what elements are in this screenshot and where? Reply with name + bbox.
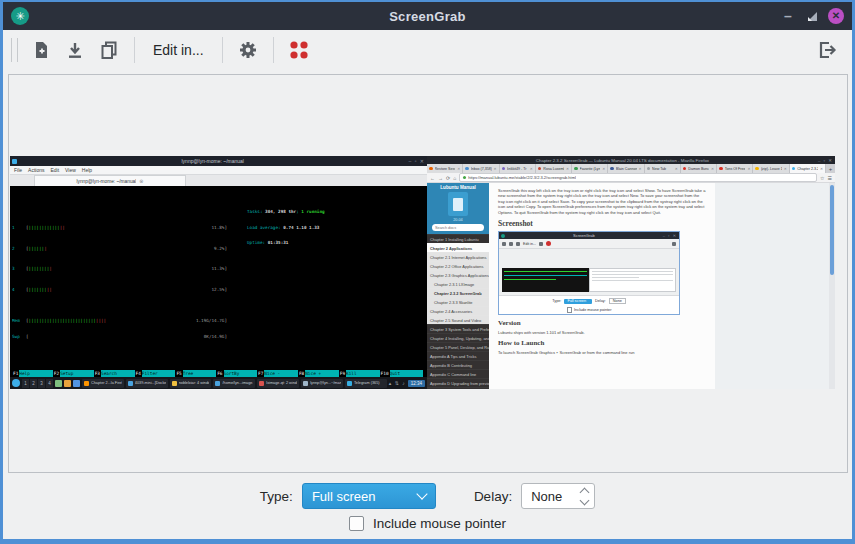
screen: ✳ ScreenGrab – ✕ Edit in...	[0, 0, 855, 544]
gear-icon	[237, 39, 259, 61]
mem-meter: Mem[||||||||||||||||||||||||||||||1.19G/…	[12, 318, 227, 323]
reload-icon: ⟳	[446, 175, 450, 181]
screengrab-window: ✳ ScreenGrab – ✕ Edit in...	[0, 0, 855, 544]
browser-tab: Chapter 2.3.2 S✕	[790, 164, 826, 173]
toolbar-drag-handle[interactable]	[11, 38, 18, 62]
firefox-titlebar: Chapter 2.3.2 ScreenGrab — Lubuntu Manua…	[427, 156, 835, 164]
launch-text: To launch ScreenGrab Graphics ‣ ScreenGr…	[498, 350, 706, 355]
url-bar: https://manual.lubuntu.me/stable/2/2.3/2…	[459, 173, 817, 182]
save-button[interactable]	[60, 35, 90, 65]
toc-item: Chapter 2.3.2 ScreenGrab	[427, 288, 489, 297]
include-pointer-checkbox[interactable]	[349, 516, 364, 531]
tab-close-icon: ✕	[747, 167, 750, 171]
tab-close-icon: ⊗	[139, 178, 143, 184]
nested-screengrab-image: ScreenGrab– ▫ ✕ Edit in... Type:	[498, 231, 680, 315]
htop-summary: Tasks: 304, 298 thr; 1 running Load aver…	[247, 199, 325, 256]
sidebar-toc: Chapter 1 Installing LubuntuChapter 2 Ap…	[427, 234, 489, 389]
main-toolbar: Edit in...	[3, 30, 852, 70]
tab-favicon	[683, 167, 687, 171]
settings-button[interactable]	[233, 35, 263, 65]
browser-tab: Favorite (Lyn Po✕	[572, 164, 608, 173]
launcher-icon	[55, 380, 62, 387]
maximize-button[interactable]	[800, 2, 824, 30]
save-icon	[64, 39, 86, 61]
help-button[interactable]	[284, 35, 314, 65]
terminal-titlebar: lynnp@lyn-mome: ~/manual – ▫ ✕	[10, 156, 427, 166]
firefox-window-controls: – ▫ ✕	[818, 158, 833, 163]
terminal-menu-item: Actions	[28, 167, 44, 173]
include-pointer-label: Include mouse pointer	[373, 516, 506, 531]
firefox-scrollbar	[829, 183, 835, 389]
maximize-icon	[807, 11, 818, 22]
type-dropdown[interactable]: Full screen	[302, 483, 436, 509]
home-icon: ⌂	[453, 175, 456, 181]
terminal-menubar: FileActionsEditViewHelp	[10, 166, 427, 175]
toc-item: Chapter 2.2 Office Applications	[427, 261, 489, 270]
toc-item: Chapter 4 Installing, Updating, and Remo…	[427, 333, 489, 342]
workspace-switcher: 3	[38, 379, 45, 388]
preview-area: lynnp@lyn-mome: ~/manual – ▫ ✕ FileActio…	[8, 74, 848, 473]
minimize-button[interactable]: –	[776, 2, 800, 30]
copy-button[interactable]	[94, 35, 124, 65]
preview-firefox-window: Chapter 2.3.2 ScreenGrab — Lubuntu Manua…	[427, 156, 835, 389]
pointer-option-row: Include mouse pointer	[3, 516, 852, 531]
browser-tab: linkkit49 - Tr✕	[500, 164, 536, 173]
version-text: Lubuntu ships with version 1.101 of Scre…	[498, 330, 706, 335]
edit-in-button[interactable]: Edit in...	[143, 35, 214, 65]
terminal-menu-item: Help	[82, 167, 92, 173]
launch-heading: How to Launch	[498, 339, 706, 347]
screengrab-logo-icon: ✳	[11, 7, 29, 25]
mini-logo-icon	[501, 234, 505, 238]
taskbar-clock: 12:34	[408, 380, 425, 387]
tab-favicon	[719, 167, 723, 171]
toc-item: Chapter 2.4 Accessories	[427, 306, 489, 315]
tab-close-icon: ✕	[675, 167, 678, 171]
close-button[interactable]: ✕	[824, 2, 848, 30]
window-icon	[259, 381, 264, 386]
delay-label: Delay:	[474, 489, 512, 504]
tab-favicon	[429, 167, 433, 171]
browser-tab: Tons Of Free Co✕	[717, 164, 753, 173]
htop-meters: 1[||||||||||||||11.8%] 2[|||||||9.2%] 3[…	[12, 198, 423, 355]
toolbar-separator	[222, 37, 223, 63]
toolbar-separator	[273, 37, 274, 63]
quit-icon	[816, 39, 838, 61]
window-icon	[84, 381, 89, 386]
tab-favicon	[574, 167, 578, 171]
new-screenshot-icon	[30, 39, 52, 61]
preview-terminal-window: lynnp@lyn-mome: ~/manual – ▫ ✕ FileActio…	[10, 156, 427, 389]
taskbar-window-button: Chapter 2...la Firefox	[82, 379, 124, 388]
manual-version: 20.04	[429, 218, 487, 222]
browser-tab: Inbox (7,358) -✕	[463, 164, 499, 173]
browser-tab: Blain Cannon N✕	[608, 164, 644, 173]
browser-tab: Restore Session✕	[427, 164, 463, 173]
terminal-title: lynnp@lyn-mome: ~/manual	[17, 158, 408, 164]
tab-favicon	[792, 167, 796, 171]
cpu-meter: 2[|||||||9.2%]	[12, 246, 227, 251]
terminal-tab: lynnp@lyn-mome: ~/manual ⊗	[34, 175, 186, 186]
spinbox-arrows[interactable]	[577, 486, 591, 506]
taskbar-window-button: lynnp@lyn...~/manual	[301, 379, 343, 388]
workspace-switcher: 2	[30, 379, 37, 388]
terminal-window-controls: – ▫ ✕	[408, 158, 425, 164]
cpu-meter: 1[||||||||||||||11.8%]	[12, 225, 227, 230]
terminal-tabbar: lynnp@lyn-mome: ~/manual ⊗	[10, 175, 427, 186]
firefox-title: Chapter 2.3.2 ScreenGrab — Lubuntu Manua…	[427, 158, 818, 163]
desktop-taskbar: 1234 Chapter 2...la Firefox 4039-mini...…	[10, 377, 427, 389]
tab-close-icon: ✕	[639, 167, 642, 171]
firefox-content: Lubuntu Manual 20.04 Chapter 1 Installin…	[427, 183, 835, 389]
delay-spinbox[interactable]: None	[521, 483, 595, 509]
copy-icon	[98, 39, 120, 61]
taskbar-window-button: noblelxiar: 4 windows	[170, 379, 212, 388]
firefox-navbar: ← → ⟳ ⌂ https://manual.lubuntu.me/stable…	[427, 173, 835, 183]
tab-close-icon: ✕	[566, 167, 569, 171]
lock-icon	[463, 176, 466, 179]
tab-favicon	[465, 167, 469, 171]
quit-button[interactable]	[812, 35, 842, 65]
launcher-icon	[73, 380, 80, 387]
browser-tab: Damon Bunce✕	[681, 164, 717, 173]
tab-favicon	[538, 167, 542, 171]
tab-close-icon: ✕	[711, 167, 714, 171]
new-screenshot-button[interactable]	[26, 35, 56, 65]
page-area: ScreenGrab this way left click on the tr…	[489, 183, 835, 389]
